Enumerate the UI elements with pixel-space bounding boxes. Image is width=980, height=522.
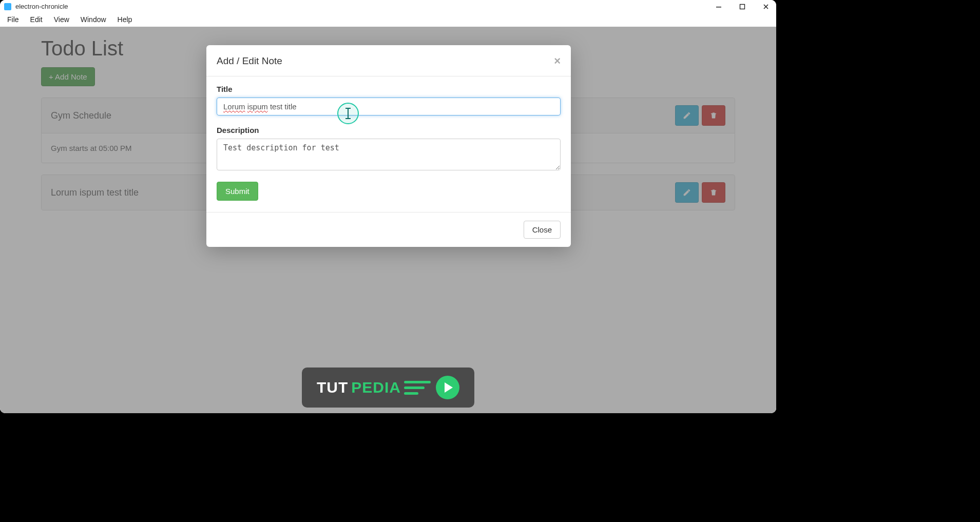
modal-title: Add / Edit Note [217, 55, 282, 67]
title-label: Title [217, 85, 561, 93]
menu-view[interactable]: View [49, 14, 74, 25]
modal-footer: Close [206, 212, 571, 247]
svg-rect-1 [740, 4, 745, 9]
modal-header: Add / Edit Note × [206, 45, 571, 76]
menu-window[interactable]: Window [75, 14, 111, 25]
menu-help[interactable]: Help [112, 14, 138, 25]
maximize-button[interactable] [736, 4, 748, 10]
app-window: electron-chronicle File Edit View Window… [0, 0, 776, 413]
watermark-logo: TUT PEDIA [302, 368, 474, 408]
description-label: Description [217, 126, 561, 134]
watermark-text-pedia: PEDIA [351, 379, 401, 396]
modal-body: Title Lorum ispum test title Description… [206, 76, 571, 212]
edit-note-modal: Add / Edit Note × Title Lorum ispum test… [206, 45, 571, 247]
modal-close-x[interactable]: × [554, 54, 561, 68]
menu-edit[interactable]: Edit [25, 14, 48, 25]
menu-file[interactable]: File [2, 14, 24, 25]
play-icon [436, 376, 459, 399]
app-icon [4, 3, 11, 10]
watermark-text-tut: TUT [317, 379, 348, 396]
svg-rect-0 [716, 7, 721, 8]
titlebar: electron-chronicle [0, 0, 776, 13]
description-textarea[interactable] [217, 139, 561, 170]
close-window-button[interactable] [760, 4, 772, 10]
close-button[interactable]: Close [524, 221, 561, 239]
speed-lines-icon [404, 378, 433, 397]
submit-button[interactable]: Submit [217, 182, 258, 201]
window-controls [713, 4, 772, 10]
window-title: electron-chronicle [15, 3, 68, 10]
menubar: File Edit View Window Help [0, 13, 776, 27]
minimize-button[interactable] [713, 4, 725, 10]
title-input[interactable] [217, 98, 561, 115]
